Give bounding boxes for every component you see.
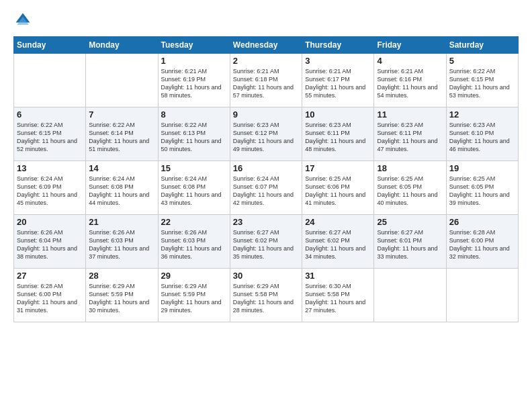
calendar-cell: 16Sunrise: 6:24 AM Sunset: 6:07 PM Dayli… — [230, 161, 302, 215]
day-number: 22 — [161, 217, 227, 227]
day-info: Sunrise: 6:29 AM Sunset: 5:58 PM Dayligh… — [233, 282, 299, 315]
day-info: Sunrise: 6:22 AM Sunset: 6:14 PM Dayligh… — [89, 121, 154, 154]
day-number: 24 — [305, 217, 371, 227]
calendar-cell — [446, 269, 518, 322]
logo-icon — [13, 11, 32, 30]
calendar-week-row: 1Sunrise: 6:21 AM Sunset: 6:19 PM Daylig… — [14, 54, 519, 107]
day-number: 3 — [305, 56, 371, 66]
day-number: 7 — [89, 109, 154, 120]
day-info: Sunrise: 6:25 AM Sunset: 6:05 PM Dayligh… — [449, 175, 515, 208]
day-info: Sunrise: 6:26 AM Sunset: 6:04 PM Dayligh… — [17, 228, 83, 261]
calendar-cell: 2Sunrise: 6:21 AM Sunset: 6:18 PM Daylig… — [230, 54, 302, 107]
calendar-cell — [86, 54, 158, 107]
calendar-cell: 18Sunrise: 6:25 AM Sunset: 6:05 PM Dayli… — [374, 161, 446, 215]
day-info: Sunrise: 6:21 AM Sunset: 6:18 PM Dayligh… — [233, 67, 299, 100]
day-number: 23 — [233, 217, 299, 227]
calendar-cell: 27Sunrise: 6:28 AM Sunset: 6:00 PM Dayli… — [14, 269, 86, 322]
calendar-cell: 4Sunrise: 6:21 AM Sunset: 6:16 PM Daylig… — [374, 54, 446, 107]
day-info: Sunrise: 6:28 AM Sunset: 6:00 PM Dayligh… — [449, 228, 515, 261]
day-info: Sunrise: 6:24 AM Sunset: 6:09 PM Dayligh… — [17, 175, 83, 208]
calendar-cell: 14Sunrise: 6:24 AM Sunset: 6:08 PM Dayli… — [86, 161, 158, 215]
day-info: Sunrise: 6:23 AM Sunset: 6:12 PM Dayligh… — [233, 121, 299, 154]
day-number: 16 — [233, 163, 299, 173]
day-number: 5 — [449, 56, 515, 66]
day-number: 30 — [233, 271, 299, 281]
day-number: 12 — [449, 109, 515, 120]
calendar-cell: 23Sunrise: 6:27 AM Sunset: 6:02 PM Dayli… — [230, 215, 302, 269]
day-info: Sunrise: 6:23 AM Sunset: 6:10 PM Dayligh… — [449, 121, 515, 154]
page: SundayMondayTuesdayWednesdayThursdayFrid… — [0, 0, 532, 411]
day-info: Sunrise: 6:27 AM Sunset: 6:02 PM Dayligh… — [233, 228, 299, 261]
calendar-cell: 11Sunrise: 6:23 AM Sunset: 6:11 PM Dayli… — [374, 107, 446, 161]
calendar-cell — [14, 54, 86, 107]
day-info: Sunrise: 6:23 AM Sunset: 6:11 PM Dayligh… — [377, 121, 443, 154]
day-info: Sunrise: 6:28 AM Sunset: 6:00 PM Dayligh… — [17, 282, 83, 315]
calendar-cell: 26Sunrise: 6:28 AM Sunset: 6:00 PM Dayli… — [446, 215, 518, 269]
weekday-header-tuesday: Tuesday — [158, 37, 230, 54]
calendar-cell: 8Sunrise: 6:22 AM Sunset: 6:13 PM Daylig… — [158, 107, 230, 161]
day-number: 17 — [305, 163, 371, 173]
calendar-cell: 25Sunrise: 6:27 AM Sunset: 6:01 PM Dayli… — [374, 215, 446, 269]
day-info: Sunrise: 6:29 AM Sunset: 5:59 PM Dayligh… — [161, 282, 227, 315]
calendar-cell: 12Sunrise: 6:23 AM Sunset: 6:10 PM Dayli… — [446, 107, 518, 161]
calendar-week-row: 13Sunrise: 6:24 AM Sunset: 6:09 PM Dayli… — [14, 161, 519, 215]
day-number: 18 — [377, 163, 443, 173]
day-number: 11 — [377, 109, 443, 120]
calendar-table: SundayMondayTuesdayWednesdayThursdayFrid… — [13, 36, 519, 322]
day-info: Sunrise: 6:24 AM Sunset: 6:08 PM Dayligh… — [161, 175, 227, 208]
day-info: Sunrise: 6:27 AM Sunset: 6:02 PM Dayligh… — [305, 228, 371, 261]
day-number: 19 — [449, 163, 515, 173]
calendar-cell: 5Sunrise: 6:22 AM Sunset: 6:15 PM Daylig… — [446, 54, 518, 107]
calendar-cell: 22Sunrise: 6:26 AM Sunset: 6:03 PM Dayli… — [158, 215, 230, 269]
calendar-cell: 15Sunrise: 6:24 AM Sunset: 6:08 PM Dayli… — [158, 161, 230, 215]
logo — [13, 11, 35, 30]
day-number: 1 — [161, 56, 227, 66]
day-number: 28 — [89, 271, 154, 281]
calendar-cell: 24Sunrise: 6:27 AM Sunset: 6:02 PM Dayli… — [302, 215, 374, 269]
day-info: Sunrise: 6:22 AM Sunset: 6:13 PM Dayligh… — [161, 121, 227, 154]
calendar-cell: 28Sunrise: 6:29 AM Sunset: 5:59 PM Dayli… — [86, 269, 158, 322]
day-info: Sunrise: 6:25 AM Sunset: 6:05 PM Dayligh… — [377, 175, 443, 208]
day-info: Sunrise: 6:26 AM Sunset: 6:03 PM Dayligh… — [161, 228, 227, 261]
day-info: Sunrise: 6:24 AM Sunset: 6:07 PM Dayligh… — [233, 175, 299, 208]
calendar-cell: 3Sunrise: 6:21 AM Sunset: 6:17 PM Daylig… — [302, 54, 374, 107]
calendar-week-row: 6Sunrise: 6:22 AM Sunset: 6:15 PM Daylig… — [14, 107, 519, 161]
calendar-week-row: 20Sunrise: 6:26 AM Sunset: 6:04 PM Dayli… — [14, 215, 519, 269]
day-info: Sunrise: 6:23 AM Sunset: 6:11 PM Dayligh… — [305, 121, 371, 154]
weekday-header-saturday: Saturday — [446, 37, 518, 54]
day-number: 15 — [161, 163, 227, 173]
calendar-cell: 7Sunrise: 6:22 AM Sunset: 6:14 PM Daylig… — [86, 107, 158, 161]
weekday-header-monday: Monday — [86, 37, 158, 54]
calendar-cell: 10Sunrise: 6:23 AM Sunset: 6:11 PM Dayli… — [302, 107, 374, 161]
day-info: Sunrise: 6:30 AM Sunset: 5:58 PM Dayligh… — [305, 282, 371, 315]
day-number: 13 — [17, 163, 83, 173]
calendar-cell: 13Sunrise: 6:24 AM Sunset: 6:09 PM Dayli… — [14, 161, 86, 215]
day-number: 27 — [17, 271, 83, 281]
day-info: Sunrise: 6:22 AM Sunset: 6:15 PM Dayligh… — [17, 121, 83, 154]
weekday-header-sunday: Sunday — [14, 37, 86, 54]
day-info: Sunrise: 6:25 AM Sunset: 6:06 PM Dayligh… — [305, 175, 371, 208]
day-info: Sunrise: 6:21 AM Sunset: 6:16 PM Dayligh… — [377, 67, 443, 100]
day-number: 14 — [89, 163, 154, 173]
day-number: 26 — [449, 217, 515, 227]
header — [13, 11, 519, 30]
day-number: 21 — [89, 217, 154, 227]
day-info: Sunrise: 6:24 AM Sunset: 6:08 PM Dayligh… — [89, 175, 154, 208]
day-number: 29 — [161, 271, 227, 281]
weekday-header-wednesday: Wednesday — [230, 37, 302, 54]
calendar-cell: 30Sunrise: 6:29 AM Sunset: 5:58 PM Dayli… — [230, 269, 302, 322]
day-number: 6 — [17, 109, 83, 120]
day-info: Sunrise: 6:27 AM Sunset: 6:01 PM Dayligh… — [377, 228, 443, 261]
day-info: Sunrise: 6:26 AM Sunset: 6:03 PM Dayligh… — [89, 228, 154, 261]
day-number: 8 — [161, 109, 227, 120]
calendar-cell: 17Sunrise: 6:25 AM Sunset: 6:06 PM Dayli… — [302, 161, 374, 215]
day-info: Sunrise: 6:22 AM Sunset: 6:15 PM Dayligh… — [449, 67, 515, 100]
calendar-cell: 29Sunrise: 6:29 AM Sunset: 5:59 PM Dayli… — [158, 269, 230, 322]
calendar-cell: 31Sunrise: 6:30 AM Sunset: 5:58 PM Dayli… — [302, 269, 374, 322]
weekday-header-friday: Friday — [374, 37, 446, 54]
day-number: 2 — [233, 56, 299, 66]
calendar-week-row: 27Sunrise: 6:28 AM Sunset: 6:00 PM Dayli… — [14, 269, 519, 322]
calendar-cell — [374, 269, 446, 322]
day-info: Sunrise: 6:21 AM Sunset: 6:17 PM Dayligh… — [305, 67, 371, 100]
day-number: 31 — [305, 271, 371, 281]
